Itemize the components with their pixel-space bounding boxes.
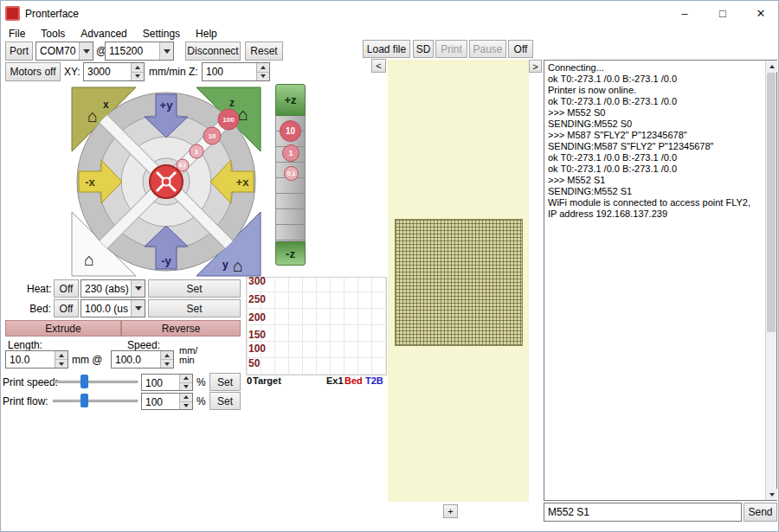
z-increment-1[interactable]: 1 — [282, 144, 299, 162]
log-line: Printer is now online. — [548, 85, 763, 96]
menu-advanced[interactable]: Advanced — [73, 26, 134, 43]
svg-text:-y: -y — [161, 254, 171, 267]
graph-origin-label: 0 — [247, 375, 252, 386]
gcode-command-input[interactable] — [544, 503, 742, 522]
graph-tick: 150 — [248, 329, 266, 341]
log-line: SENDING:M552 S1 — [548, 186, 763, 197]
viewer-zoom-in-button[interactable]: + — [443, 504, 458, 518]
spin-down-icon[interactable] — [132, 73, 144, 81]
graph-tick: 50 — [248, 357, 260, 369]
spin-up-icon[interactable] — [180, 375, 192, 383]
maximize-button[interactable]: □ — [704, 1, 742, 26]
bed-set-button[interactable]: Set — [148, 299, 241, 317]
print-bed-grid[interactable] — [395, 219, 523, 346]
scroll-up-icon[interactable] — [766, 61, 777, 72]
log-scrollbar[interactable] — [765, 61, 776, 500]
scrollbar-thumb[interactable] — [767, 73, 776, 332]
reset-button[interactable]: Reset — [245, 42, 283, 61]
jog-z-plus-button[interactable]: +z — [275, 84, 306, 116]
reverse-button[interactable]: Reverse — [121, 320, 241, 337]
jog-center-button[interactable] — [150, 165, 183, 198]
print-flow-stepper[interactable]: 100 — [141, 393, 193, 410]
graph-tick: 100 — [248, 343, 266, 355]
spin-up-icon[interactable] — [55, 351, 68, 360]
percent-label: % — [196, 376, 206, 388]
svg-text:y: y — [222, 259, 229, 271]
motors-off-button[interactable]: Motors off — [5, 62, 61, 81]
bed-off-button[interactable]: Off — [54, 299, 79, 317]
slider-thumb[interactable] — [80, 375, 88, 388]
log-panel[interactable]: Connecting... ok T0:-273.1 /0.0 B:-273.1… — [544, 60, 777, 501]
menu-file[interactable]: File — [1, 26, 33, 43]
spin-down-icon[interactable] — [180, 402, 192, 410]
slider-track — [53, 400, 138, 402]
collapse-left-button[interactable]: < — [371, 59, 386, 73]
spin-up-icon[interactable] — [161, 351, 173, 360]
z-feedrate-stepper[interactable]: 100 — [202, 62, 270, 81]
spin-down-icon[interactable] — [257, 73, 269, 81]
scroll-down-icon[interactable] — [766, 489, 777, 500]
home-icon: ⌂ — [238, 105, 248, 124]
close-button[interactable]: ✕ — [742, 1, 779, 26]
xy-jog-pad[interactable]: ⌂ x z ⌂ ⌂ y ⌂ 100 — [67, 82, 266, 281]
print-flow-slider[interactable] — [53, 393, 138, 408]
slider-thumb[interactable] — [80, 394, 88, 407]
jog-z-minus-button[interactable]: -z — [275, 241, 306, 266]
send-button[interactable]: Send — [744, 503, 777, 522]
log-line: >>> M552 S1 — [548, 175, 763, 186]
baud-combo[interactable]: 115200 — [105, 42, 174, 61]
spin-up-icon[interactable] — [180, 394, 192, 402]
print-speed-set-button[interactable]: Set — [209, 373, 241, 391]
legend-bed: Bed — [344, 375, 363, 386]
spin-down-icon[interactable] — [161, 360, 173, 368]
z-jog-strip: +z 10 1 0.1 -z — [275, 84, 306, 266]
log-lines: Connecting... ok T0:-273.1 /0.0 B:-273.1… — [548, 62, 763, 498]
port-combo[interactable]: COM70 — [35, 42, 93, 61]
sd-button[interactable]: SD — [413, 40, 434, 58]
xy-feedrate-stepper[interactable]: 3000 — [83, 62, 145, 81]
graph-legend: 0 Target Ex1 Bed T2B — [246, 375, 387, 388]
heat-set-button[interactable]: Set — [148, 279, 241, 298]
expand-right-button[interactable]: > — [529, 60, 542, 73]
minimize-button[interactable]: – — [666, 1, 704, 26]
z-increment-01[interactable]: 0.1 — [284, 166, 299, 181]
dropdown-arrow-icon[interactable] — [79, 42, 93, 60]
port-button[interactable]: Port — [5, 42, 33, 61]
dropdown-arrow-icon[interactable] — [131, 280, 145, 297]
menu-settings[interactable]: Settings — [135, 26, 188, 43]
heat-off-button[interactable]: Off — [54, 279, 79, 298]
menu-help[interactable]: Help — [188, 26, 225, 43]
load-file-button[interactable]: Load file — [363, 40, 410, 58]
bed-viewer-panel[interactable] — [388, 60, 529, 502]
spin-up-icon[interactable] — [257, 63, 269, 73]
z-increment-10[interactable]: 10 — [280, 120, 301, 142]
home-icon: ⌂ — [87, 106, 98, 125]
graph-tick: 300 — [248, 275, 266, 287]
dropdown-arrow-icon[interactable] — [159, 42, 173, 60]
disconnect-button[interactable]: Disconnect — [185, 42, 241, 61]
print-flow-set-button[interactable]: Set — [209, 392, 241, 410]
dropdown-arrow-icon[interactable] — [131, 300, 145, 317]
print-speed-slider[interactable] — [53, 374, 138, 389]
spin-down-icon[interactable] — [180, 383, 192, 391]
print-speed-stepper[interactable]: 100 — [141, 374, 193, 391]
titlebar: Pronterface – □ ✕ — [1, 1, 778, 26]
speed-unit-label: mm/ min — [179, 346, 197, 365]
off-button[interactable]: Off — [508, 40, 533, 58]
extrude-speed-stepper[interactable]: 100.0 — [111, 350, 174, 369]
graph-tick: 250 — [248, 293, 266, 305]
extrude-length-stepper[interactable]: 10.0 — [5, 350, 68, 369]
z-increment-track[interactable]: 10 1 0.1 — [275, 116, 306, 241]
log-line: ok T0:-273.1 /0.0 B:-273.1 /0.0 — [548, 74, 763, 85]
bed-temp-combo[interactable]: 100.0 (us — [80, 299, 145, 317]
spin-up-icon[interactable] — [132, 63, 144, 73]
heat-temp-combo[interactable]: 230 (abs) — [80, 279, 145, 298]
menu-tools[interactable]: Tools — [33, 26, 73, 43]
log-line: WiFi module is connected to access point… — [548, 197, 763, 208]
pronterface-window: Pronterface – □ ✕ File Tools Advanced Se… — [0, 0, 779, 532]
log-line: ok T0:-273.1 /0.0 B:-273.1 /0.0 — [548, 96, 763, 107]
bed-label: Bed: — [27, 303, 51, 315]
extrude-button[interactable]: Extrude — [5, 320, 121, 337]
spin-down-icon[interactable] — [55, 360, 68, 368]
z-feedrate-label: mm/min Z: — [149, 66, 198, 78]
